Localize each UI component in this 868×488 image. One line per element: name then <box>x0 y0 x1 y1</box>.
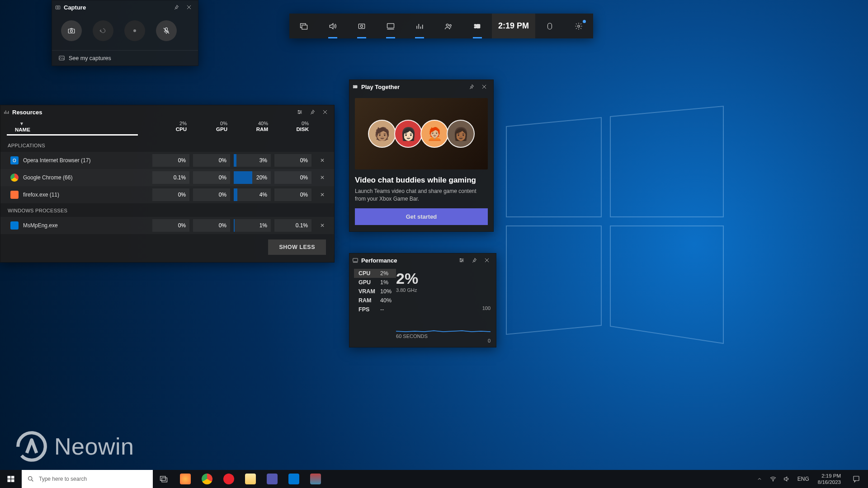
tray-network[interactable] <box>767 470 779 488</box>
close-button[interactable] <box>481 254 493 267</box>
get-started-button[interactable]: Get started <box>355 208 488 225</box>
performance-options-button[interactable] <box>455 254 468 267</box>
taskbar-app-opera[interactable] <box>218 470 240 488</box>
stat-fps[interactable]: FPS-- <box>354 305 396 314</box>
stat-gpu[interactable]: GPU1% <box>354 278 396 287</box>
show-less-button[interactable]: SHOW LESS <box>268 239 326 255</box>
svg-point-28 <box>353 87 354 88</box>
end-process-button[interactable]: ✕ <box>313 174 331 181</box>
svg-point-15 <box>578 25 580 27</box>
stat-vram[interactable]: VRAM10% <box>354 287 396 296</box>
stat-ram[interactable]: RAM40% <box>354 296 396 305</box>
process-row[interactable]: MsMpEng.exe 0% 0% 1% 0.1% ✕ <box>0 217 334 234</box>
close-button[interactable] <box>183 1 195 14</box>
svg-marker-2 <box>506 226 601 334</box>
stat-cpu[interactable]: CPU2% <box>354 269 396 278</box>
task-view-button[interactable] <box>153 470 175 488</box>
svg-rect-42 <box>854 476 859 481</box>
end-process-button[interactable]: ✕ <box>313 157 331 164</box>
column-header-gpu[interactable]: 0%GPU <box>191 119 232 134</box>
record-icon <box>132 28 137 33</box>
start-button[interactable] <box>0 470 22 488</box>
taskbar-app-store[interactable] <box>283 470 305 488</box>
process-row[interactable]: OOpera Internet Browser (17) 0% 0% 3% 0%… <box>0 152 334 169</box>
store-icon <box>288 474 299 484</box>
end-process-button[interactable]: ✕ <box>313 222 331 229</box>
play-together-button[interactable] <box>463 14 492 38</box>
record-button[interactable] <box>124 20 145 41</box>
column-header-ram[interactable]: 40%RAM <box>232 119 273 134</box>
column-header-cpu[interactable]: 2%CPU <box>151 119 191 134</box>
performance-widget: Performance CPU2% GPU1% VRAM10% RAM40% F… <box>349 253 496 347</box>
account-button[interactable] <box>535 14 564 38</box>
play-together-heading: Video chat buddies while gaming <box>355 176 488 185</box>
avatar: 🧑🏼‍🦰 <box>420 120 448 148</box>
resources-options-button[interactable] <box>293 106 306 118</box>
svg-point-9 <box>446 24 448 26</box>
avatar: 👩🏻 <box>394 120 422 148</box>
pin-button[interactable] <box>465 80 478 93</box>
see-my-captures-link[interactable]: See my captures <box>52 50 198 66</box>
svg-point-13 <box>474 26 476 28</box>
wifi-icon <box>769 475 777 483</box>
record-last-button[interactable] <box>93 20 113 41</box>
bar-chart-icon <box>3 109 9 115</box>
play-together-widget: Play Together 🧑🏽 👩🏻 🧑🏼‍🦰 👩🏾 Video chat b… <box>349 80 494 232</box>
widget-menu-button[interactable] <box>289 14 318 38</box>
teams-icon <box>267 474 278 484</box>
taskbar-app-teams[interactable] <box>261 470 283 488</box>
pin-icon <box>173 4 179 10</box>
svg-marker-3 <box>610 226 723 343</box>
close-icon <box>322 109 328 115</box>
audio-button[interactable] <box>318 14 347 38</box>
taskbar-app-firefox[interactable] <box>175 470 196 488</box>
action-center-button[interactable] <box>846 475 866 483</box>
performance-widget-title: Performance <box>352 257 455 264</box>
svg-rect-5 <box>302 25 307 29</box>
close-button[interactable] <box>478 80 491 93</box>
taskbar-clock[interactable]: 2:19 PM 8/16/2023 <box>814 473 844 486</box>
process-name: Google Chrome (66) <box>23 174 72 181</box>
settings-button[interactable] <box>564 14 593 38</box>
svg-point-27 <box>353 85 354 87</box>
svg-point-10 <box>449 24 451 26</box>
chrome-icon <box>202 474 212 484</box>
svg-rect-29 <box>353 258 358 262</box>
monitor-icon <box>352 257 359 263</box>
tray-chevron[interactable] <box>754 470 765 488</box>
taskbar-app-explorer[interactable] <box>240 470 261 488</box>
column-header-name[interactable]: NAME <box>9 127 151 132</box>
tray-language[interactable]: ENG <box>794 470 812 488</box>
resources-button[interactable] <box>405 14 434 38</box>
mic-off-icon <box>162 27 170 35</box>
mic-toggle-button[interactable] <box>156 20 177 41</box>
pin-button[interactable] <box>468 254 481 267</box>
svg-rect-14 <box>548 23 552 29</box>
notification-icon <box>852 475 860 483</box>
svg-point-17 <box>57 7 59 8</box>
taskbar-app-generic[interactable] <box>305 470 326 488</box>
sliders-icon <box>297 109 303 115</box>
performance-button[interactable] <box>376 14 405 38</box>
gamebar-toolbar: 2:19 PM <box>289 14 593 38</box>
perf-chart: 100 0 60 SECONDS <box>396 310 491 343</box>
pin-icon <box>309 109 316 115</box>
capture-button[interactable] <box>347 14 376 38</box>
svg-rect-11 <box>476 24 480 28</box>
process-row[interactable]: Google Chrome (66) 0.1% 0% 20% 0% ✕ <box>0 169 334 186</box>
pin-button[interactable] <box>170 1 183 14</box>
screenshot-button[interactable] <box>61 20 82 41</box>
end-process-button[interactable]: ✕ <box>313 192 331 198</box>
close-icon <box>481 84 487 90</box>
close-button[interactable] <box>319 106 331 118</box>
taskbar-search[interactable]: Type here to search <box>22 470 153 488</box>
svg-point-24 <box>300 112 301 113</box>
process-row[interactable]: firefox.exe (11) 0% 0% 4% 0% ✕ <box>0 186 334 203</box>
column-header-disk[interactable]: 0%DISK <box>273 119 313 134</box>
taskbar-app-chrome[interactable] <box>196 470 218 488</box>
teams-icon <box>352 84 359 90</box>
avatar: 👩🏾 <box>447 120 475 148</box>
xbox-social-button[interactable] <box>434 14 463 38</box>
tray-volume[interactable] <box>781 470 793 488</box>
pin-button[interactable] <box>306 106 319 118</box>
